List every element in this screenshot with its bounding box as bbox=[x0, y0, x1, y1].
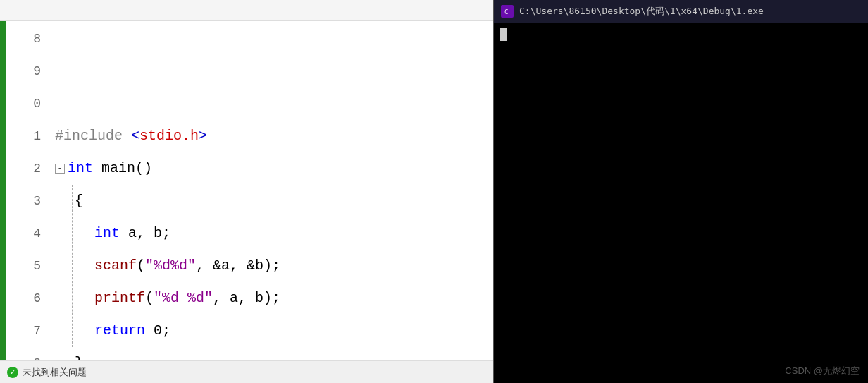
scanf-paren-open: ( bbox=[137, 250, 145, 282]
main-func: main() bbox=[93, 152, 152, 185]
printf-args: , a, b); bbox=[213, 282, 280, 315]
line-num-8b: 8 bbox=[6, 347, 41, 360]
scanf-fn: scanf bbox=[94, 250, 137, 282]
preprocessor-hash: #include bbox=[55, 120, 131, 152]
return-value: 0; bbox=[145, 315, 170, 347]
printf-fn: printf bbox=[94, 282, 145, 315]
line-num-1: 1 bbox=[6, 120, 41, 152]
code-content[interactable]: #include <stdio.h> - int main() { int bbox=[48, 21, 493, 360]
terminal-titlebar: C C:\Users\86150\Desktop\代码\1\x64\Debug\… bbox=[494, 0, 868, 23]
close-brace: } bbox=[75, 347, 83, 360]
cmd-icon-svg: C bbox=[503, 7, 512, 16]
terminal-icon: C bbox=[501, 5, 514, 18]
line-num-3: 3 bbox=[6, 185, 41, 217]
include-bracket-right: > bbox=[199, 120, 207, 152]
line-num-6: 6 bbox=[6, 282, 41, 315]
code-area: 8 9 0 1 2 3 4 5 6 7 8 bbox=[0, 21, 493, 360]
editor-top-bar bbox=[0, 0, 493, 21]
scanf-format: "%d%d" bbox=[145, 250, 196, 282]
open-brace: { bbox=[75, 185, 83, 217]
collapse-button[interactable]: - bbox=[55, 164, 65, 174]
line-num-5: 5 bbox=[6, 250, 41, 282]
var-ab: a, b; bbox=[120, 217, 170, 250]
line-num-4: 4 bbox=[6, 217, 41, 250]
terminal-cursor bbox=[500, 28, 507, 41]
status-icon: ✓ bbox=[7, 367, 18, 378]
keyword-int-2: int bbox=[94, 217, 120, 250]
code-line-0 bbox=[55, 87, 493, 120]
code-line-main: - int main() bbox=[55, 152, 493, 185]
terminal-panel: C C:\Users\86150\Desktop\代码\1\x64\Debug\… bbox=[493, 0, 868, 383]
status-bar: ✓ 未找到相关问题 bbox=[0, 360, 493, 383]
terminal-watermark: CSDN @无烬幻空 bbox=[785, 365, 860, 377]
code-line-include: #include <stdio.h> bbox=[55, 120, 493, 152]
code-line-scanf: scanf ( "%d%d" , &a, &b); bbox=[55, 250, 493, 282]
include-bracket-left: < bbox=[131, 120, 140, 152]
code-editor: 8 9 0 1 2 3 4 5 6 7 8 bbox=[0, 0, 493, 383]
line-num-0: 0 bbox=[6, 87, 41, 120]
line-num-9: 9 bbox=[6, 55, 41, 87]
include-filename: stdio.h bbox=[140, 120, 199, 152]
terminal-body[interactable]: CSDN @无烬幻空 bbox=[494, 23, 868, 383]
printf-format: "%d %d" bbox=[154, 282, 213, 315]
code-line-return: return 0; bbox=[55, 315, 493, 347]
status-text: 未找到相关问题 bbox=[23, 366, 87, 379]
svg-text:C: C bbox=[504, 8, 508, 16]
code-line-var-decl: int a, b; bbox=[55, 217, 493, 250]
line-num-7: 7 bbox=[6, 315, 41, 347]
code-line-printf: printf ( "%d %d" , a, b); bbox=[55, 282, 493, 315]
code-line-9 bbox=[55, 55, 493, 87]
line-num-8: 8 bbox=[6, 23, 41, 55]
green-bar bbox=[0, 21, 6, 360]
line-num-2: 2 bbox=[6, 152, 41, 185]
code-line-open-brace: { bbox=[55, 185, 493, 217]
scanf-args: , &a, &b); bbox=[196, 250, 280, 282]
keyword-int: int bbox=[68, 152, 93, 185]
line-numbers: 8 9 0 1 2 3 4 5 6 7 8 bbox=[6, 21, 48, 360]
code-line-close-brace: } bbox=[55, 347, 493, 360]
main-container: 8 9 0 1 2 3 4 5 6 7 8 bbox=[0, 0, 868, 383]
code-line-8 bbox=[55, 23, 493, 55]
keyword-return: return bbox=[94, 315, 145, 347]
printf-paren-open: ( bbox=[145, 282, 154, 315]
terminal-title: C:\Users\86150\Desktop\代码\1\x64\Debug\1.… bbox=[519, 5, 764, 18]
